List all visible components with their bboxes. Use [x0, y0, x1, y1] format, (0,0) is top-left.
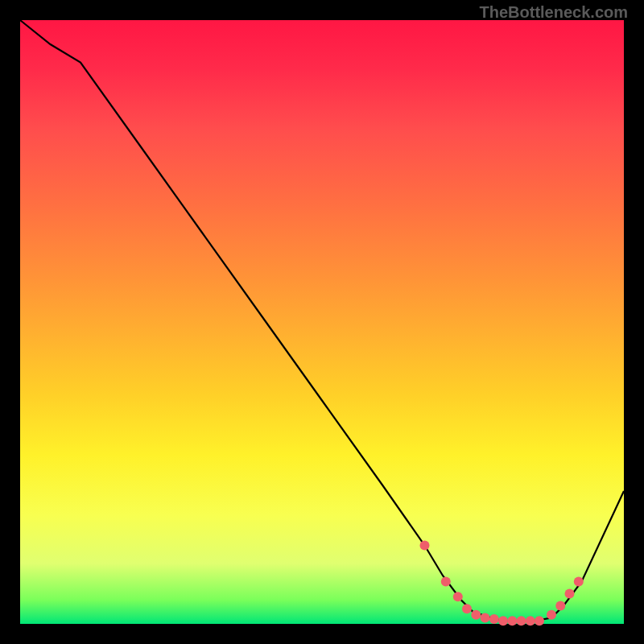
marker-point: [547, 610, 556, 620]
marker-point: [498, 616, 508, 625]
watermark-text: TheBottleneck.com: [480, 3, 628, 22]
highlight-markers: [420, 541, 584, 626]
marker-point: [481, 613, 490, 623]
chart-svg: [20, 20, 624, 624]
marker-point: [574, 577, 584, 587]
marker-point: [441, 577, 451, 587]
plot-area: [20, 20, 624, 624]
marker-point: [489, 614, 499, 624]
marker-point: [420, 541, 430, 551]
marker-point: [565, 589, 575, 599]
bottleneck-curve: [20, 20, 624, 621]
marker-point: [517, 616, 526, 625]
marker-point: [507, 616, 517, 625]
marker-point: [462, 604, 472, 613]
marker-point: [555, 601, 565, 611]
marker-point: [535, 616, 544, 625]
marker-point: [471, 610, 481, 620]
marker-point: [453, 592, 463, 601]
marker-point: [526, 616, 535, 625]
